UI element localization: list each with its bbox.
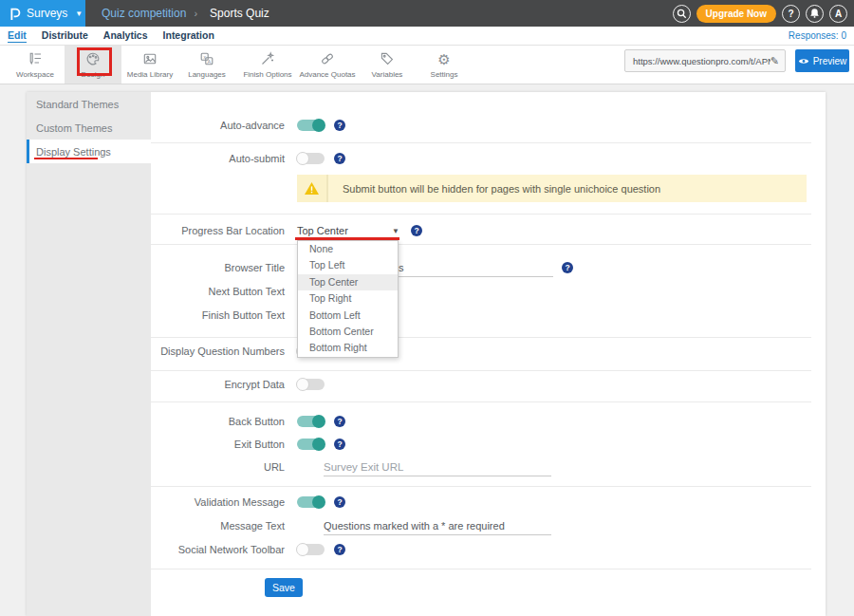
setting-row-back-button: Back Button bbox=[151, 412, 811, 431]
chain-link-icon bbox=[320, 51, 335, 67]
notifications-button[interactable] bbox=[806, 5, 824, 23]
preview-button[interactable]: Preview bbox=[795, 49, 849, 72]
questionpro-app: Surveys ▼ Quiz competition › Sports Quiz… bbox=[0, 0, 854, 616]
help-icon[interactable] bbox=[334, 416, 345, 427]
bell-icon bbox=[809, 8, 820, 19]
dropdown-option[interactable]: None bbox=[298, 241, 398, 257]
help-button[interactable]: ? bbox=[782, 5, 800, 23]
encrypt-data-toggle[interactable] bbox=[297, 379, 325, 390]
dropdown-option[interactable]: Bottom Left bbox=[298, 308, 398, 324]
tool-languages[interactable]: xA Languages bbox=[178, 46, 235, 84]
questionpro-logo bbox=[8, 6, 21, 22]
exit-button-toggle[interactable] bbox=[297, 439, 325, 450]
sidebar-item-display-settings[interactable]: Display Settings bbox=[27, 140, 151, 163]
progress-bar-location-select[interactable]: Top Center ▼ bbox=[297, 223, 399, 238]
search-icon bbox=[677, 9, 687, 19]
tab-integration[interactable]: Integration bbox=[163, 29, 214, 42]
breadcrumb-separator: › bbox=[194, 8, 197, 19]
sidebar-item-custom-themes[interactable]: Custom Themes bbox=[27, 116, 151, 140]
tool-finish-options[interactable]: Finish Options bbox=[239, 46, 296, 84]
dropdown-option[interactable]: Top Center bbox=[298, 274, 398, 290]
setting-row-progress-bar: Progress Bar Location Top Center ▼ bbox=[151, 221, 811, 240]
divider bbox=[151, 370, 811, 371]
help-icon[interactable] bbox=[334, 153, 345, 164]
chevron-down-icon: ▼ bbox=[75, 9, 83, 18]
setting-row-finish-button-text: Finish Button Text bbox=[151, 306, 811, 325]
upgrade-now-button[interactable]: Upgrade Now bbox=[696, 5, 776, 23]
survey-url-text: https://www.questionpro.com/t/APNrFZ bbox=[633, 56, 770, 66]
save-button[interactable]: Save bbox=[265, 578, 303, 597]
setting-row-exit-url: URL Survey Exit URL bbox=[151, 457, 811, 476]
warning-icon bbox=[297, 175, 328, 202]
setting-row-social-network-toolbar: Social Network Toolbar bbox=[151, 540, 811, 559]
divider bbox=[151, 142, 811, 143]
avatar[interactable]: A bbox=[829, 5, 847, 23]
display-settings-card: Standard Themes Custom Themes Display Se… bbox=[27, 92, 826, 616]
divider bbox=[151, 337, 811, 338]
annotation-design-highlight bbox=[77, 47, 112, 76]
topbar-actions: Upgrade Now ? A bbox=[673, 5, 854, 23]
setting-row-display-question-numbers: Display Question Numbers bbox=[151, 342, 811, 361]
breadcrumb-survey: Sports Quiz bbox=[210, 7, 269, 20]
tab-distribute[interactable]: Distribute bbox=[42, 29, 88, 42]
topbar: Surveys ▼ Quiz competition › Sports Quiz… bbox=[0, 0, 854, 27]
dropdown-option[interactable]: Bottom Center bbox=[298, 324, 398, 340]
tab-analytics[interactable]: Analytics bbox=[103, 29, 148, 42]
magic-wand-icon bbox=[260, 51, 275, 67]
back-button-toggle[interactable] bbox=[297, 416, 325, 427]
dropdown-option[interactable]: Bottom Right bbox=[298, 340, 398, 356]
social-network-toolbar-toggle[interactable] bbox=[297, 544, 325, 555]
dropdown-menu: None Top Left Top Center Top Right Botto… bbox=[297, 240, 399, 358]
tool-advance-quotas[interactable]: Advance Quotas bbox=[299, 46, 356, 84]
product-label: Surveys bbox=[27, 7, 67, 20]
survey-url-field[interactable]: https://www.questionpro.com/t/APNrFZ ✎ bbox=[624, 49, 786, 72]
divider bbox=[151, 214, 811, 215]
tool-workspace[interactable]: Workspace bbox=[7, 46, 64, 84]
help-icon[interactable] bbox=[562, 262, 573, 273]
setting-row-auto-advance: Auto-advance bbox=[151, 116, 811, 135]
divider bbox=[151, 401, 811, 402]
message-text-input[interactable]: Questions marked with a * are required bbox=[324, 517, 551, 535]
setting-row-exit-button: Exit Button bbox=[151, 435, 811, 454]
dropdown-option[interactable]: Top Left bbox=[298, 257, 398, 273]
sidebar-item-standard-themes[interactable]: Standard Themes bbox=[27, 92, 151, 116]
tool-media-library[interactable]: Media Library bbox=[121, 46, 178, 84]
divider bbox=[151, 569, 811, 569]
warning-banner: Submit button will be hidden for pages w… bbox=[297, 175, 807, 202]
edit-url-icon[interactable]: ✎ bbox=[770, 55, 779, 67]
auto-advance-toggle[interactable] bbox=[297, 120, 325, 131]
help-icon[interactable] bbox=[411, 225, 422, 236]
setting-row-auto-submit: Auto-submit bbox=[151, 149, 811, 168]
setting-row-encrypt-data: Encrypt Data bbox=[151, 375, 811, 394]
tool-variables[interactable]: Variables bbox=[359, 46, 416, 84]
setting-row-browser-title: Browser Title s bbox=[151, 258, 811, 277]
design-sidebar: Standard Themes Custom Themes Display Se… bbox=[27, 92, 151, 616]
search-button[interactable] bbox=[673, 5, 691, 23]
help-icon[interactable] bbox=[334, 120, 345, 131]
tag-icon bbox=[380, 51, 395, 67]
breadcrumb: Quiz competition › Sports Quiz bbox=[102, 7, 269, 20]
divider bbox=[151, 486, 811, 487]
setting-row-next-button-text: Next Button Text bbox=[151, 282, 811, 301]
help-icon[interactable] bbox=[334, 544, 345, 555]
tab-edit[interactable]: Edit bbox=[8, 29, 27, 43]
dropdown-option[interactable]: Top Right bbox=[298, 290, 398, 307]
design-toolbar: Workspace Design Media Library xA Langua… bbox=[0, 46, 854, 84]
exit-url-input[interactable]: Survey Exit URL bbox=[324, 458, 551, 476]
auto-submit-toggle[interactable] bbox=[297, 153, 325, 164]
translate-icon: xA bbox=[199, 51, 214, 67]
breadcrumb-folder[interactable]: Quiz competition bbox=[102, 7, 186, 20]
svg-text:A: A bbox=[207, 59, 211, 65]
image-icon bbox=[142, 51, 158, 67]
surveys-menu[interactable]: Surveys ▼ bbox=[0, 0, 85, 27]
tool-settings[interactable]: ⚙ Settings bbox=[416, 46, 473, 84]
setting-row-message-text: Message Text Questions marked with a * a… bbox=[151, 516, 811, 535]
workspace-icon bbox=[28, 51, 43, 67]
divider bbox=[151, 244, 811, 245]
setting-row-validation-message: Validation Message bbox=[151, 493, 811, 512]
validation-message-toggle[interactable] bbox=[297, 496, 325, 508]
help-icon[interactable] bbox=[334, 439, 345, 450]
help-icon[interactable] bbox=[334, 496, 345, 508]
responses-count[interactable]: Responses: 0 bbox=[789, 30, 846, 41]
eye-icon bbox=[798, 57, 809, 65]
